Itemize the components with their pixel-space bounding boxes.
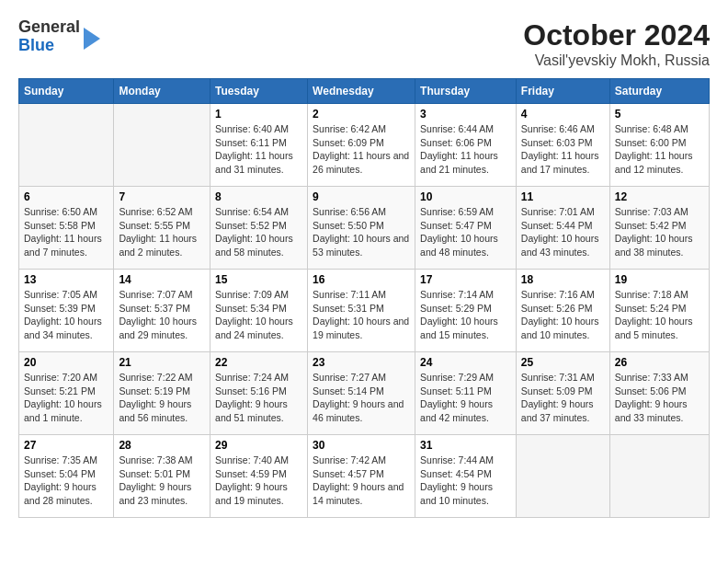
col-thursday: Thursday <box>415 79 517 104</box>
table-row: 25 Sunrise: 7:31 AMSunset: 5:09 PMDaylig… <box>516 352 609 435</box>
day-number: 21 <box>119 356 205 369</box>
table-row <box>114 104 210 187</box>
day-number: 2 <box>313 108 410 121</box>
table-row: 27 Sunrise: 7:35 AMSunset: 5:04 PMDaylig… <box>19 435 114 518</box>
day-info: Sunrise: 6:42 AMSunset: 6:09 PMDaylight:… <box>313 123 409 175</box>
day-info: Sunrise: 7:09 AMSunset: 5:34 PMDaylight:… <box>215 289 293 340</box>
table-row: 30 Sunrise: 7:42 AMSunset: 4:57 PMDaylig… <box>308 435 415 518</box>
day-info: Sunrise: 7:35 AMSunset: 5:04 PMDaylight:… <box>24 454 97 506</box>
table-row: 1 Sunrise: 6:40 AMSunset: 6:11 PMDayligh… <box>210 104 308 187</box>
day-number: 20 <box>24 356 108 369</box>
header-row: Sunday Monday Tuesday Wednesday Thursday… <box>19 79 710 104</box>
day-info: Sunrise: 6:54 AMSunset: 5:52 PMDaylight:… <box>215 206 293 258</box>
day-number: 24 <box>420 356 511 369</box>
table-row: 18 Sunrise: 7:16 AMSunset: 5:26 PMDaylig… <box>516 270 609 352</box>
table-row <box>19 104 114 187</box>
day-number: 29 <box>215 439 302 452</box>
day-info: Sunrise: 7:44 AMSunset: 4:54 PMDaylight:… <box>420 454 494 506</box>
day-info: Sunrise: 7:42 AMSunset: 4:57 PMDaylight:… <box>313 454 404 506</box>
day-number: 3 <box>420 108 511 121</box>
day-number: 1 <box>215 108 302 121</box>
logo: General Blue <box>18 18 100 55</box>
day-info: Sunrise: 7:01 AMSunset: 5:44 PMDaylight:… <box>521 206 599 258</box>
day-info: Sunrise: 7:03 AMSunset: 5:42 PMDaylight:… <box>615 206 693 258</box>
calendar-week-row: 13 Sunrise: 7:05 AMSunset: 5:39 PMDaylig… <box>19 270 710 352</box>
logo-arrow-icon <box>84 28 100 50</box>
day-number: 31 <box>420 439 511 452</box>
calendar-week-row: 20 Sunrise: 7:20 AMSunset: 5:21 PMDaylig… <box>19 352 710 435</box>
logo-blue: Blue <box>18 37 80 55</box>
day-number: 25 <box>521 356 605 369</box>
day-number: 4 <box>521 108 605 121</box>
calendar-subtitle: Vasil'yevskiy Mokh, Russia <box>523 52 710 69</box>
day-info: Sunrise: 7:18 AMSunset: 5:24 PMDaylight:… <box>615 289 693 340</box>
day-number: 23 <box>313 356 410 369</box>
day-info: Sunrise: 6:50 AMSunset: 5:58 PMDaylight:… <box>24 206 102 258</box>
table-row: 26 Sunrise: 7:33 AMSunset: 5:06 PMDaylig… <box>609 352 709 435</box>
calendar-table: Sunday Monday Tuesday Wednesday Thursday… <box>18 78 710 518</box>
day-info: Sunrise: 6:59 AMSunset: 5:47 PMDaylight:… <box>420 206 498 258</box>
day-info: Sunrise: 7:24 AMSunset: 5:16 PMDaylight:… <box>215 372 289 423</box>
day-info: Sunrise: 7:31 AMSunset: 5:09 PMDaylight:… <box>521 372 595 423</box>
day-info: Sunrise: 7:20 AMSunset: 5:21 PMDaylight:… <box>24 372 102 423</box>
day-number: 6 <box>24 190 108 203</box>
day-info: Sunrise: 7:22 AMSunset: 5:19 PMDaylight:… <box>119 372 192 423</box>
day-info: Sunrise: 7:16 AMSunset: 5:26 PMDaylight:… <box>521 289 599 340</box>
day-number: 26 <box>615 356 704 369</box>
day-info: Sunrise: 7:29 AMSunset: 5:11 PMDaylight:… <box>420 372 494 423</box>
logo-general: General <box>18 18 80 37</box>
day-info: Sunrise: 7:40 AMSunset: 4:59 PMDaylight:… <box>215 454 289 506</box>
day-number: 13 <box>24 273 108 286</box>
calendar-body: 1 Sunrise: 6:40 AMSunset: 6:11 PMDayligh… <box>19 104 710 518</box>
col-monday: Monday <box>114 79 210 104</box>
table-row: 12 Sunrise: 7:03 AMSunset: 5:42 PMDaylig… <box>609 187 709 270</box>
day-number: 12 <box>615 190 704 203</box>
calendar-week-row: 6 Sunrise: 6:50 AMSunset: 5:58 PMDayligh… <box>19 187 710 270</box>
table-row: 23 Sunrise: 7:27 AMSunset: 5:14 PMDaylig… <box>308 352 415 435</box>
table-row: 16 Sunrise: 7:11 AMSunset: 5:31 PMDaylig… <box>308 270 415 352</box>
title-section: October 2024 Vasil'yevskiy Mokh, Russia <box>523 18 710 69</box>
table-row: 20 Sunrise: 7:20 AMSunset: 5:21 PMDaylig… <box>19 352 114 435</box>
day-number: 27 <box>24 439 108 452</box>
table-row: 5 Sunrise: 6:48 AMSunset: 6:00 PMDayligh… <box>609 104 709 187</box>
table-row: 21 Sunrise: 7:22 AMSunset: 5:19 PMDaylig… <box>114 352 210 435</box>
day-number: 22 <box>215 356 302 369</box>
page-header: General Blue October 2024 Vasil'yevskiy … <box>18 18 710 69</box>
table-row: 29 Sunrise: 7:40 AMSunset: 4:59 PMDaylig… <box>210 435 308 518</box>
day-info: Sunrise: 7:33 AMSunset: 5:06 PMDaylight:… <box>615 372 688 423</box>
table-row: 10 Sunrise: 6:59 AMSunset: 5:47 PMDaylig… <box>415 187 517 270</box>
table-row: 13 Sunrise: 7:05 AMSunset: 5:39 PMDaylig… <box>19 270 114 352</box>
col-tuesday: Tuesday <box>210 79 308 104</box>
day-info: Sunrise: 6:56 AMSunset: 5:50 PMDaylight:… <box>313 206 409 258</box>
day-number: 17 <box>420 273 511 286</box>
day-info: Sunrise: 6:48 AMSunset: 6:00 PMDaylight:… <box>615 123 693 175</box>
table-row: 28 Sunrise: 7:38 AMSunset: 5:01 PMDaylig… <box>114 435 210 518</box>
table-row: 14 Sunrise: 7:07 AMSunset: 5:37 PMDaylig… <box>114 270 210 352</box>
day-number: 11 <box>521 190 605 203</box>
day-number: 8 <box>215 190 302 203</box>
table-row: 11 Sunrise: 7:01 AMSunset: 5:44 PMDaylig… <box>516 187 609 270</box>
day-number: 28 <box>119 439 205 452</box>
table-row: 9 Sunrise: 6:56 AMSunset: 5:50 PMDayligh… <box>308 187 415 270</box>
day-number: 10 <box>420 190 511 203</box>
day-number: 15 <box>215 273 302 286</box>
day-info: Sunrise: 7:07 AMSunset: 5:37 PMDaylight:… <box>119 289 197 340</box>
col-wednesday: Wednesday <box>308 79 415 104</box>
table-row: 2 Sunrise: 6:42 AMSunset: 6:09 PMDayligh… <box>308 104 415 187</box>
table-row: 3 Sunrise: 6:44 AMSunset: 6:06 PMDayligh… <box>415 104 517 187</box>
table-row: 19 Sunrise: 7:18 AMSunset: 5:24 PMDaylig… <box>609 270 709 352</box>
table-row: 7 Sunrise: 6:52 AMSunset: 5:55 PMDayligh… <box>114 187 210 270</box>
day-info: Sunrise: 6:40 AMSunset: 6:11 PMDaylight:… <box>215 123 293 175</box>
day-number: 7 <box>119 190 205 203</box>
day-number: 18 <box>521 273 605 286</box>
day-number: 5 <box>615 108 704 121</box>
calendar-header: Sunday Monday Tuesday Wednesday Thursday… <box>19 79 710 104</box>
day-number: 16 <box>313 273 410 286</box>
table-row <box>516 435 609 518</box>
table-row: 4 Sunrise: 6:46 AMSunset: 6:03 PMDayligh… <box>516 104 609 187</box>
day-info: Sunrise: 6:44 AMSunset: 6:06 PMDaylight:… <box>420 123 498 175</box>
table-row: 24 Sunrise: 7:29 AMSunset: 5:11 PMDaylig… <box>415 352 517 435</box>
table-row: 8 Sunrise: 6:54 AMSunset: 5:52 PMDayligh… <box>210 187 308 270</box>
logo-text: General Blue <box>18 18 80 55</box>
table-row: 15 Sunrise: 7:09 AMSunset: 5:34 PMDaylig… <box>210 270 308 352</box>
